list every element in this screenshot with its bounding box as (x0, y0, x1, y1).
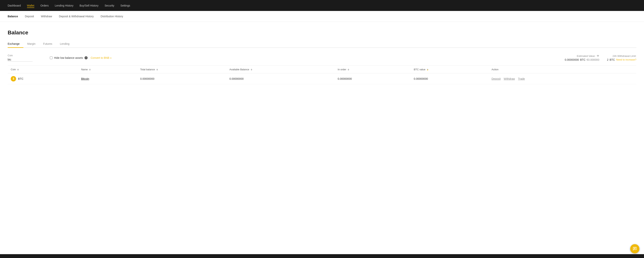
hide-low-balance-label[interactable]: Hide low balance assets (54, 56, 83, 59)
coin-search-input[interactable] (8, 58, 32, 62)
estimated-eur-value: €0.000000 (587, 58, 599, 61)
col-header-total-balance[interactable]: Total balance (137, 66, 226, 73)
top-nav: Dashboard Wallet Orders Lending History … (0, 0, 644, 11)
nav-settings[interactable]: Settings (120, 3, 130, 8)
footer (0, 254, 644, 258)
subnav-deposit[interactable]: Deposit (25, 15, 34, 18)
col-header-btc-value[interactable]: BTC value (411, 66, 488, 73)
nav-buysell-history[interactable]: Buy/Sell History (80, 3, 98, 8)
table-header-row: Coin Name Total balance (8, 66, 636, 73)
subnav-dist-history[interactable]: Distribution History (100, 15, 123, 18)
col-header-action: Action (488, 66, 636, 73)
nav-orders[interactable]: Orders (40, 3, 49, 8)
cell-available-balance: 0.00000000 (226, 73, 335, 84)
coin-sort-icon (17, 69, 19, 70)
table-row: ₿ BTC Bitcoin 0.00000000 0.00000000 0.00… (8, 73, 636, 84)
coin-symbol: BTC (18, 77, 24, 80)
subnav-dw-history[interactable]: Deposit & Withdrawal History (59, 15, 94, 18)
subnav-withdraw[interactable]: Withdraw (41, 15, 52, 18)
hide-low-balance-checkbox[interactable] (50, 56, 52, 59)
page-title: Balance (8, 30, 636, 36)
col-header-in-order[interactable]: In order (335, 66, 411, 73)
tab-lending[interactable]: Lending (60, 40, 74, 48)
estimated-value-block: Estimated Value: 👁 0.00000000 BTC €0.000… (565, 54, 599, 61)
action-withdraw[interactable]: Withdraw (504, 77, 515, 80)
estimated-btc-value: 0.00000000 (565, 58, 579, 61)
withdrawal-limit-number: 2 (607, 58, 608, 61)
cell-action: Deposit Withdraw Trade (488, 73, 636, 84)
nav-wallet[interactable]: Wallet (27, 3, 34, 8)
in-order-sort-icon (348, 69, 349, 70)
table-body: ₿ BTC Bitcoin 0.00000000 0.00000000 0.00… (8, 73, 636, 84)
coin-name-link[interactable]: Bitcoin (81, 77, 89, 80)
action-trade[interactable]: Trade (518, 77, 525, 80)
filter-row: Coin Hide low balance assets ! Convert t… (8, 54, 636, 62)
col-header-name[interactable]: Name (78, 66, 137, 73)
estimated-value-values: 0.00000000 BTC €0.000000 (565, 58, 599, 61)
cell-btc-value: 0.00000000 (411, 73, 488, 84)
balance-table: Coin Name Total balance (8, 66, 636, 84)
hide-low-balance-info-icon[interactable]: ! (84, 56, 88, 59)
withdrawal-increase-link[interactable]: Need to increase? (616, 58, 636, 61)
withdrawal-limit-values: 2 BTC Need to increase? (607, 58, 636, 61)
eye-icon[interactable]: 👁 (597, 54, 599, 57)
hide-low-balance-section: Hide low balance assets ! (50, 56, 88, 59)
coin-filter-label: Coin (8, 54, 46, 57)
withdrawal-limit-label: 24h Withdrawal Limit: (612, 55, 636, 57)
estimated-value-label: Estimated Value: 👁 (577, 54, 599, 57)
tab-margin[interactable]: Margin (27, 40, 39, 48)
btc-value-sort-icon (427, 69, 428, 70)
chat-icon (633, 247, 637, 251)
col-header-available-balance[interactable]: Available Balance (226, 66, 335, 73)
tab-futures[interactable]: Futures (43, 40, 56, 48)
withdrawal-limit-currency: BTC (610, 58, 615, 61)
chat-button[interactable] (630, 244, 640, 253)
nav-security[interactable]: Security (105, 3, 114, 8)
nav-dashboard[interactable]: Dashboard (8, 3, 21, 8)
cell-total-balance: 0.00000000 (137, 73, 226, 84)
col-header-coin[interactable]: Coin (8, 66, 78, 73)
withdrawal-limit-block: 24h Withdrawal Limit: 2 BTC Need to incr… (607, 55, 636, 61)
cell-name: Bitcoin (78, 73, 137, 84)
cell-coin: ₿ BTC (8, 73, 78, 84)
action-deposit[interactable]: Deposit (492, 77, 501, 80)
convert-bnb-link[interactable]: Convert to BNB » (91, 56, 112, 59)
name-sort-icon (89, 69, 91, 70)
sub-nav: Balance Deposit Withdraw Deposit & Withd… (0, 11, 644, 22)
subnav-balance[interactable]: Balance (8, 15, 18, 18)
balance-tabs: Exchange Margin Futures Lending (8, 40, 636, 48)
coin-filter-col: Coin (8, 54, 46, 62)
btc-icon: ₿ (11, 76, 16, 81)
estimated-btc-currency: BTC (580, 58, 586, 61)
total-balance-sort-icon (156, 69, 158, 70)
nav-lending-history[interactable]: Lending History (55, 3, 74, 8)
tab-exchange[interactable]: Exchange (8, 40, 24, 48)
main-content: Balance Exchange Margin Futures Lending … (0, 22, 644, 243)
cell-in-order: 0.00000000 (335, 73, 411, 84)
available-balance-sort-icon (251, 69, 252, 70)
